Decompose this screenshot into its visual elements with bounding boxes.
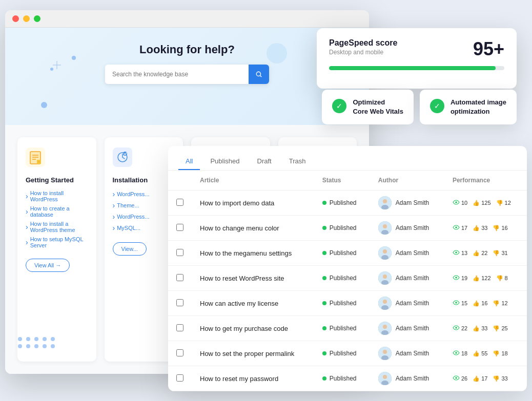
- views-count-3: 19: [461, 275, 467, 281]
- thumb-down-icon-1: 👎: [493, 225, 500, 231]
- search-input[interactable]: [105, 66, 249, 83]
- row-checkbox-cell[interactable]: [168, 191, 192, 216]
- link-theme[interactable]: Theme...: [113, 201, 175, 209]
- perf-likes-3: 👍 122: [473, 275, 490, 282]
- row-checkbox-4[interactable]: [176, 299, 183, 306]
- link-setup-mysql[interactable]: How to setup MySQL Server: [26, 236, 88, 248]
- tab-published[interactable]: Published: [203, 153, 247, 170]
- row-checkbox-cell[interactable]: [168, 366, 192, 391]
- status-dot-4: [322, 301, 326, 305]
- tab-trash[interactable]: Trash: [282, 153, 313, 170]
- link-install-wordpress[interactable]: How to install WordPress: [26, 190, 88, 202]
- perf-likes-6: 👍 55: [473, 350, 487, 357]
- likes-count-0: 125: [481, 200, 490, 206]
- row-checkbox-cell[interactable]: [168, 266, 192, 291]
- getting-started-view-all[interactable]: View All →: [26, 259, 70, 272]
- row-author-2: Adam Smith: [370, 241, 444, 266]
- search-bar[interactable]: [105, 65, 269, 84]
- thumb-down-icon-7: 👎: [493, 375, 500, 382]
- row-checkbox-0[interactable]: [176, 199, 183, 206]
- status-dot-1: [322, 226, 326, 230]
- link-install-theme[interactable]: How to install a WordPress theme: [26, 221, 88, 233]
- row-author-4: Adam Smith: [370, 291, 444, 316]
- perf-views-0: 10: [453, 200, 467, 206]
- link-wp2[interactable]: WordPress...: [113, 213, 175, 221]
- author-name-1: Adam Smith: [396, 224, 429, 231]
- svg-point-57: [383, 375, 387, 379]
- perf-views-4: 15: [453, 300, 467, 306]
- getting-started-icon: [26, 147, 88, 171]
- search-button[interactable]: [249, 65, 269, 84]
- row-checkbox-1[interactable]: [176, 224, 183, 231]
- row-author-3: Adam Smith: [370, 266, 444, 291]
- row-title-2: How to the megamenu settings: [192, 241, 314, 266]
- maximize-button[interactable]: [34, 15, 40, 22]
- views-count-4: 15: [461, 300, 467, 306]
- row-title-0: How to import demo data: [192, 191, 314, 216]
- installation-view-all[interactable]: View...: [113, 242, 147, 256]
- svg-point-37: [383, 249, 387, 254]
- row-checkbox-cell[interactable]: [168, 341, 192, 366]
- link-create-database[interactable]: How to create a database: [26, 205, 88, 218]
- perf-views-7: 26: [453, 375, 467, 382]
- perf-views-6: 18: [453, 350, 467, 356]
- table-row: How to get my purchase code Published Ad…: [168, 316, 527, 341]
- row-perf-4: 15 👍 16 👎 12: [444, 291, 527, 316]
- tab-draft[interactable]: Draft: [250, 153, 279, 170]
- status-dot-2: [322, 251, 326, 255]
- row-perf-7: 26 👍 17 👎 33: [444, 366, 527, 391]
- perf-dislikes-2: 👎 31: [493, 250, 507, 257]
- table-row: How to reset my password Published Adam …: [168, 366, 527, 391]
- row-checkbox-cell[interactable]: [168, 241, 192, 266]
- thumb-down-icon-4: 👎: [493, 300, 500, 307]
- perf-views-3: 19: [453, 275, 467, 281]
- status-text-1: Published: [330, 224, 357, 231]
- row-checkbox-5[interactable]: [176, 324, 183, 331]
- thumb-up-icon-4: 👍: [473, 300, 480, 307]
- eye-icon-3: [453, 275, 460, 281]
- thumb-down-icon-3: 👎: [496, 275, 503, 282]
- row-title-5: How to get my purchase code: [192, 316, 314, 341]
- eye-icon-5: [453, 325, 460, 331]
- thumb-down-icon-2: 👎: [493, 250, 500, 257]
- svg-point-59: [455, 377, 457, 379]
- svg-point-0: [256, 72, 260, 76]
- row-checkbox-3[interactable]: [176, 274, 183, 281]
- author-name-2: Adam Smith: [396, 249, 429, 257]
- feature-image-optimization: ✓ Automated imageoptimization: [420, 90, 517, 124]
- thumb-up-icon-0: 👍: [473, 200, 480, 206]
- eye-icon-4: [453, 300, 460, 306]
- svg-line-1: [260, 76, 262, 77]
- author-name-5: Adam Smith: [396, 325, 429, 332]
- thumb-up-icon-7: 👍: [473, 375, 480, 382]
- table-row: How to the megamenu settings Published A…: [168, 241, 527, 266]
- table-row: How to set the proper permalink Publishe…: [168, 341, 527, 366]
- author-name-6: Adam Smith: [396, 350, 429, 357]
- link-wp1[interactable]: WordPress...: [113, 190, 175, 198]
- col-checkbox: [168, 171, 192, 191]
- close-button[interactable]: [12, 15, 19, 22]
- table-row: How to change menu color Published Adam …: [168, 216, 527, 241]
- dislikes-count-0: 12: [505, 200, 511, 206]
- row-checkbox-cell[interactable]: [168, 316, 192, 341]
- row-checkbox-6[interactable]: [176, 349, 183, 356]
- articles-table: Article Status Author Performance How to…: [168, 171, 527, 391]
- perf-dislikes-6: 👎 18: [493, 350, 507, 357]
- row-checkbox-cell[interactable]: [168, 216, 192, 241]
- getting-started-title: Getting Started: [26, 176, 88, 184]
- tab-all[interactable]: All: [178, 153, 200, 170]
- likes-count-5: 33: [481, 325, 487, 331]
- installation-icon: [113, 147, 175, 171]
- eye-icon-7: [453, 375, 460, 382]
- link-mysql[interactable]: MySQL...: [113, 224, 175, 232]
- row-checkbox-cell[interactable]: [168, 291, 192, 316]
- row-checkbox-2[interactable]: [176, 249, 183, 256]
- getting-started-links: How to install WordPress How to create a…: [26, 190, 88, 248]
- row-status-1: Published: [314, 216, 370, 241]
- minimize-button[interactable]: [23, 15, 30, 22]
- perf-dislikes-7: 👎 33: [493, 375, 507, 382]
- perf-likes-2: 👍 22: [473, 250, 487, 257]
- row-checkbox-7[interactable]: [176, 374, 183, 382]
- views-count-1: 17: [461, 225, 467, 231]
- author-avatar-7: [378, 372, 392, 385]
